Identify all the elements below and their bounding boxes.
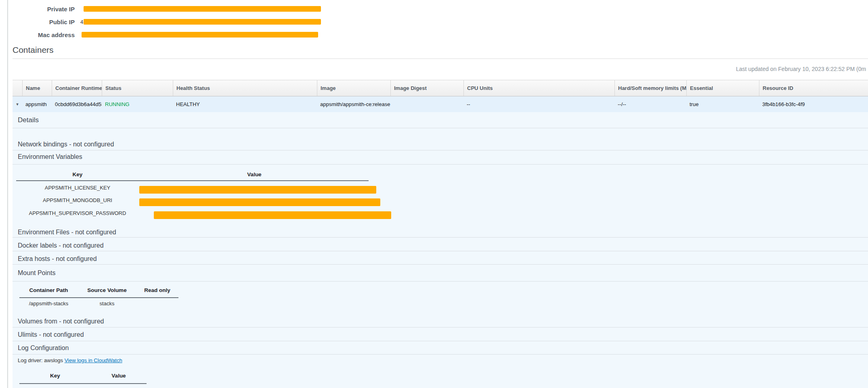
log-options-key-header: Key	[19, 373, 91, 379]
container-memory-limits-cell: --/--	[614, 96, 686, 112]
env-key-supervisor-password: APPSMITH_SUPERVISOR_PASSWORD	[16, 210, 139, 216]
env-key-mongodb: APPSMITH_MONGODB_URI	[16, 197, 139, 203]
env-value-supervisor-redaction-bar	[154, 211, 391, 219]
public-ip-partial-text: 4	[80, 19, 83, 25]
mount-container-path-cell: /appsmith-stacks	[19, 300, 78, 307]
column-header-resource-id: Resource ID	[759, 80, 868, 96]
field-private-ip: Private IP	[13, 3, 321, 15]
log-options-header-rule	[19, 383, 147, 384]
column-header-status: Status	[102, 80, 173, 96]
details-divider	[13, 128, 868, 128]
public-ip-redaction-bar	[84, 19, 321, 25]
mount-source-volume-cell: stacks	[78, 300, 136, 307]
private-ip-label: Private IP	[13, 6, 75, 13]
mount-source-volume-header: Source Volume	[78, 287, 136, 293]
network-bindings-heading: Network bindings - not configured	[18, 141, 114, 148]
mount-points-heading: Mount Points	[18, 269, 55, 277]
field-public-ip: Public IP 4	[13, 16, 321, 27]
ulimits-heading: Ulimits - not configured	[18, 331, 84, 338]
container-name-cell: appsmith	[22, 96, 52, 112]
last-updated-text: Last updated on February 10, 2023 6:22:5…	[736, 66, 866, 72]
environment-files-divider	[13, 237, 868, 238]
details-title: Details	[18, 116, 39, 124]
env-key-license: APPSMITH_LICENSE_KEY	[16, 185, 139, 191]
column-header-runtime-id: Container Runtime I...	[52, 80, 102, 96]
environment-variables-divider	[13, 164, 868, 165]
container-health-status-cell: HEALTHY	[173, 96, 317, 112]
collapse-row-icon[interactable]: ▾	[16, 102, 19, 107]
column-header-name: Name	[22, 80, 52, 96]
env-table-header-rule	[16, 180, 369, 181]
extra-hosts-divider	[13, 264, 868, 265]
column-header-image-digest: Image Digest	[390, 80, 463, 96]
docker-labels-divider	[13, 251, 868, 251]
container-image-cell: appsmith/appsmith-ce:release	[317, 96, 390, 112]
containers-table: Name Container Runtime I... Status Healt…	[13, 80, 868, 112]
mount-read-only-header: Read only	[136, 287, 178, 293]
column-header-essential: Essential	[686, 80, 759, 96]
containers-table-header: Name Container Runtime I... Status Healt…	[13, 80, 868, 96]
log-options-value-header: Value	[91, 373, 147, 379]
volumes-from-divider	[13, 327, 868, 328]
container-essential-cell: true	[686, 96, 759, 112]
expand-column-header	[13, 80, 22, 96]
log-driver-line: Log driver: awslogs View logs in CloudWa…	[18, 357, 122, 363]
network-bindings-divider	[13, 150, 868, 150]
log-driver-text: Log driver: awslogs	[18, 357, 63, 363]
field-mac-address: Mac address	[13, 29, 318, 40]
mount-table-header-rule	[19, 297, 178, 298]
mount-container-path-header: Container Path	[19, 287, 78, 293]
container-status-cell: RUNNING	[102, 96, 173, 112]
docker-labels-heading: Docker labels - not configured	[18, 242, 104, 249]
column-header-image: Image	[317, 80, 390, 96]
containers-title-divider	[13, 58, 868, 59]
containers-section-title: Containers	[13, 45, 54, 55]
column-header-memory-limits: Hard/Soft memory limits (MiB) ...	[614, 80, 686, 96]
ulimits-divider	[13, 341, 868, 341]
extra-hosts-heading: Extra hosts - not configured	[18, 255, 97, 263]
env-value-mongodb-redaction-bar	[139, 198, 380, 206]
env-value-header: Value	[139, 171, 369, 177]
volumes-from-heading: Volumes from - not configured	[18, 318, 104, 325]
environment-variables-heading: Environment Variables	[18, 153, 82, 161]
environment-files-heading: Environment Files - not configured	[18, 229, 116, 236]
log-configuration-heading: Log Configuration	[18, 344, 69, 352]
mac-address-redaction-bar	[82, 32, 318, 38]
container-details-panel: Details Network bindings - not configure…	[13, 112, 868, 388]
container-image-digest-cell	[390, 96, 463, 112]
private-ip-redaction-bar	[84, 6, 321, 12]
public-ip-label: Public IP	[13, 19, 75, 25]
container-resource-id-cell: 3fb4b166-b3fc-4f9	[759, 96, 868, 112]
mac-address-label: Mac address	[13, 31, 75, 38]
mount-points-divider	[13, 281, 868, 282]
container-cpu-units-cell: --	[463, 96, 614, 112]
panel-left-border	[7, 0, 8, 388]
column-header-health-status: Health Status	[173, 80, 317, 96]
ecs-container-details-screen: Private IP Public IP 4 Mac address Conta…	[0, 0, 868, 388]
view-logs-cloudwatch-link[interactable]: View logs in CloudWatch	[65, 357, 122, 363]
log-configuration-divider	[13, 354, 868, 355]
column-header-cpu-units: CPU Units	[463, 80, 614, 96]
env-key-header: Key	[16, 171, 139, 177]
container-row-appsmith[interactable]: ▾ appsmith 0cbdd69d3b6a44d58... RUNNING …	[13, 96, 868, 112]
env-value-license-redaction-bar	[139, 186, 376, 194]
container-runtime-id-cell: 0cbdd69d3b6a44d58...	[52, 96, 102, 112]
